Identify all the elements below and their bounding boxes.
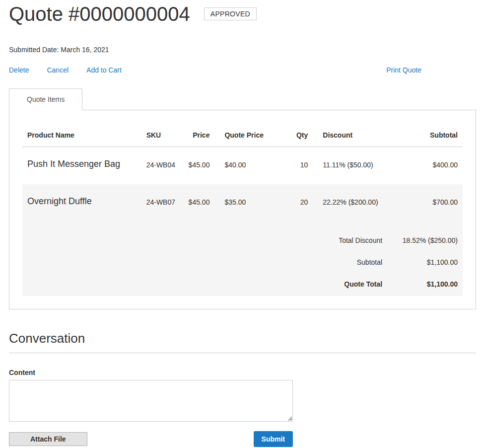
cell-product-name: Push It Messenger Bag [22,147,141,185]
cell-quote-price: $40.00 [214,147,274,185]
submit-button[interactable]: Submit [254,431,293,447]
content-textarea[interactable] [9,380,293,422]
cell-discount: 22.22% ($200.00) [313,184,397,228]
content-field-wrap [9,380,293,422]
cancel-link[interactable]: Cancel [47,66,69,74]
conversation-buttons: Attach File Submit [9,431,293,447]
cell-sku: 24-WB07 [141,184,184,228]
subtotal-value: $1,100.00 [397,251,463,273]
cell-price: $45.00 [184,147,215,185]
add-to-cart-link[interactable]: Add to Cart [86,66,122,74]
quote-tabs: Quote Items Product Name SKU Price Quote… [9,88,476,309]
actions-bar: Delete Cancel Add to Cart Print Quote [9,66,476,74]
total-discount-row: Total Discount 18.52% ($250.00) [22,228,463,251]
cell-qty: 20 [274,184,313,228]
quote-total-row: Quote Total $1,100.00 [22,273,463,296]
page-header: Quote #0000000004 APPROVED [9,3,476,25]
column-discount: Discount [313,120,397,147]
table-row: Overnight Duffle 24-WB07 $45.00 $35.00 2… [22,184,463,228]
content-label: Content [9,369,476,376]
cell-qty: 10 [274,147,313,185]
column-quote-price: Quote Price [214,120,274,147]
delete-link[interactable]: Delete [9,66,29,74]
column-subtotal: Subtotal [397,120,463,147]
cell-price: $45.00 [184,184,215,228]
cell-product-name: Overnight Duffle [22,184,141,228]
column-qty: Qty [274,120,313,147]
status-badge: APPROVED [204,7,257,20]
actions-left: Delete Cancel Add to Cart [9,66,122,74]
table-header-row: Product Name SKU Price Quote Price Qty D… [22,120,463,147]
conversation-heading: Conversation [9,331,476,353]
subtotal-label: Subtotal [22,251,397,273]
quote-page: Quote #0000000004 APPROVED Submitted Dat… [0,3,485,448]
cell-quote-price: $35.00 [214,184,274,228]
cell-subtotal: $700.00 [397,184,463,228]
column-product-name: Product Name [22,120,141,147]
total-discount-value: 18.52% ($250.00) [397,228,463,251]
table-row: Push It Messenger Bag 24-WB04 $45.00 $40… [22,147,463,185]
submitted-date: Submitted Date: March 16, 2021 [9,46,476,54]
attach-file-button[interactable]: Attach File [9,432,87,446]
quote-total-label: Quote Total [22,273,397,296]
column-sku: SKU [141,120,184,147]
print-quote-link[interactable]: Print Quote [386,66,421,74]
column-price: Price [184,120,215,147]
quote-items-table: Product Name SKU Price Quote Price Qty D… [22,120,463,296]
subtotal-row: Subtotal $1,100.00 [22,251,463,273]
quote-items-panel: Product Name SKU Price Quote Price Qty D… [9,110,476,309]
page-title: Quote #0000000004 [9,3,190,25]
cell-sku: 24-WB04 [141,147,184,185]
cell-subtotal: $400.00 [397,147,463,185]
tab-quote-items[interactable]: Quote Items [9,88,82,110]
cell-discount: 11.11% ($50.00) [313,147,397,185]
total-discount-label: Total Discount [22,228,397,251]
quote-total-value: $1,100.00 [397,273,463,296]
